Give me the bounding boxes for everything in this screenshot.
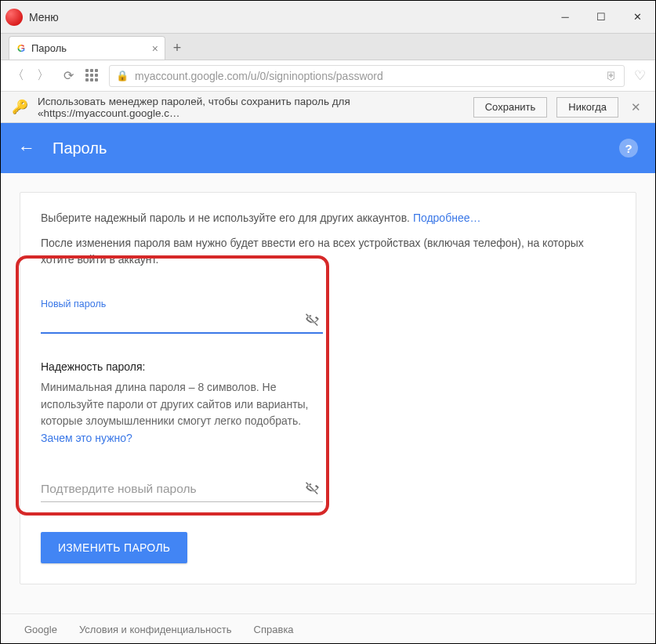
password-form: Новый пароль Надежность пароля: Минималь… [41,302,323,563]
confirm-password-input[interactable] [41,477,323,502]
url-text: myaccount.google.com/u/0/signinoptions/p… [135,70,383,82]
toggle-visibility-icon[interactable] [304,310,321,327]
close-window-button[interactable]: ✕ [619,1,655,34]
password-strength-block: Надежность пароля: Минимальная длина пар… [41,360,323,447]
intro-line2: После изменения пароля вам нужно будет в… [41,235,615,269]
new-tab-button[interactable]: + [165,36,189,60]
strength-heading: Надежность пароля: [41,360,323,373]
learn-more-link[interactable]: Подробнее… [413,212,481,224]
opera-logo-icon [5,9,23,26]
save-password-button[interactable]: Сохранить [473,97,548,118]
forward-button[interactable]: 〉 [35,67,51,84]
password-manager-bar: 🔑 Использовать менеджер паролей, чтобы с… [1,92,655,123]
back-arrow-icon[interactable]: ← [18,138,35,158]
confirm-password-field: Подтвердите новый пароль [41,477,323,502]
tab-title: Пароль [31,42,67,54]
tab-strip: G Пароль × + [1,34,655,60]
google-favicon-icon: G [16,43,27,54]
password-manager-text: Использовать менеджер паролей, чтобы сох… [38,96,455,119]
maximize-button[interactable]: ☐ [583,1,619,34]
url-field[interactable]: 🔒 myaccount.google.com/u/0/signinoptions… [109,65,625,87]
shield-icon[interactable]: ⛨ [606,69,618,82]
back-button[interactable]: 〈 [10,67,26,84]
change-password-button[interactable]: ИЗМЕНИТЬ ПАРОЛЬ [41,532,187,563]
footer-help-link[interactable]: Справка [254,624,294,635]
page-title: Пароль [53,139,107,157]
footer-brand[interactable]: Google [24,624,57,635]
toggle-visibility-confirm-icon[interactable] [304,479,321,496]
tab-active[interactable]: G Пароль × [9,36,165,60]
lock-icon: 🔒 [116,70,129,81]
reload-button[interactable]: ⟳ [60,68,76,83]
why-needed-link[interactable]: Зачем это нужно? [41,432,132,444]
new-password-label: Новый пароль [41,298,106,309]
window-controls: ─ ☐ ✕ [547,1,655,33]
menu-label[interactable]: Меню [29,11,59,24]
content-area: Выберите надежный пароль и не используйт… [1,173,655,613]
help-icon[interactable]: ? [619,139,638,157]
address-bar-row: 〈 〉 ⟳ 🔒 myaccount.google.com/u/0/signino… [1,60,655,92]
page-footer: Google Условия и конфиденциальность Спра… [1,613,655,644]
strength-body: Минимальная длина пароля – 8 символов. Н… [41,379,323,447]
never-save-button[interactable]: Никогда [556,97,618,118]
password-card: Выберите надежный пароль и не используйт… [20,192,636,584]
bookmark-heart-icon[interactable]: ♡ [634,67,646,84]
new-password-field: Новый пароль [41,302,323,334]
close-bar-icon[interactable]: ✕ [628,100,644,114]
page-header: ← Пароль ? [1,123,655,173]
key-icon: 🔑 [12,99,28,115]
intro-line1: Выберите надежный пароль и не используйт… [41,212,410,224]
window-titlebar: Меню ─ ☐ ✕ [1,1,655,34]
tab-close-icon[interactable]: × [152,42,158,55]
speed-dial-icon[interactable] [85,69,100,83]
intro-text: Выберите надежный пароль и не используйт… [41,210,615,269]
footer-privacy-link[interactable]: Условия и конфиденциальность [79,624,232,635]
minimize-button[interactable]: ─ [547,1,583,34]
